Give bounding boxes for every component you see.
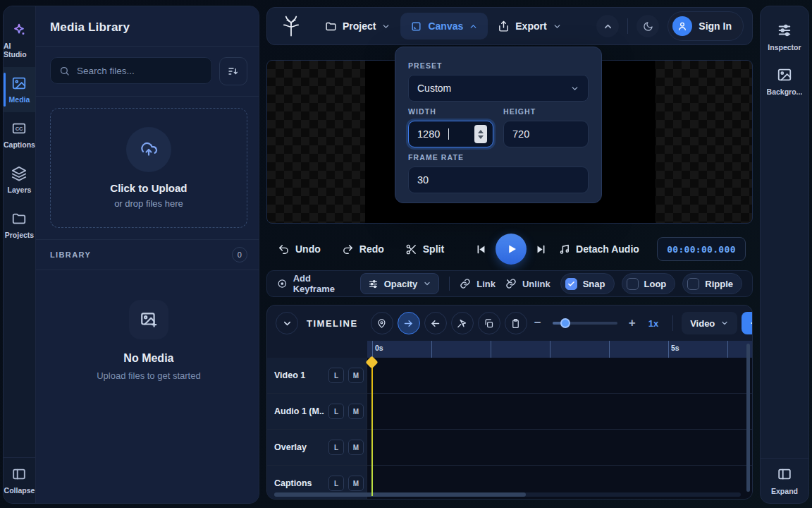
skip-to-start-button[interactable] (475, 243, 487, 255)
play-icon (505, 243, 518, 255)
ripple-label: Ripple (705, 279, 733, 289)
zoom-slider[interactable] (553, 322, 617, 325)
timecode-display[interactable]: 00:00:00.000 (657, 237, 746, 261)
project-menu-button[interactable]: Project (315, 13, 400, 40)
width-input[interactable] (417, 128, 448, 140)
track-type-select[interactable]: Video (682, 312, 737, 334)
track-row-video-1: Video 1 L M (267, 358, 752, 394)
track-name: Video 1 (274, 370, 324, 380)
sidebar-item-layers[interactable]: Layers (4, 157, 35, 202)
zoom-slider-thumb[interactable] (560, 318, 570, 328)
sidebar-item-ai-studio[interactable]: AI Studio (4, 13, 35, 67)
sidebar-item-label: Layers (8, 186, 32, 194)
track-mute-button[interactable]: M (348, 440, 364, 455)
horizontal-scrollbar[interactable] (274, 492, 741, 497)
sidebar-item-media[interactable]: Media (4, 67, 35, 112)
track-row-audio-1: Audio 1 (M... L M (267, 394, 752, 430)
preset-label: PRESET (408, 61, 589, 70)
empty-subtitle: Upload files to get started (97, 370, 200, 381)
canvas-menu-button[interactable]: Canvas (400, 13, 488, 40)
unlink-button[interactable]: Unlink (505, 278, 550, 289)
seek-forward-tool-button[interactable] (398, 312, 420, 334)
seek-back-tool-button[interactable] (424, 312, 447, 334)
height-input[interactable] (512, 128, 543, 140)
snap-toggle[interactable]: Snap (560, 273, 615, 294)
ripple-toggle[interactable]: Ripple (682, 273, 742, 294)
track-mute-button[interactable]: M (348, 368, 364, 383)
playback-controls-row: Undo Redo Split Detach Audio 00:00:00.00… (266, 233, 753, 265)
sign-in-label: Sign In (699, 20, 732, 32)
user-avatar-icon (672, 16, 692, 36)
image-icon (777, 67, 792, 83)
height-field (503, 121, 589, 147)
width-label: WIDTH (408, 107, 493, 116)
loop-toggle[interactable]: Loop (622, 273, 676, 294)
expand-panel-button[interactable]: Expand (761, 459, 808, 503)
link-icon (460, 278, 471, 289)
vertical-scrollbar[interactable] (746, 344, 750, 492)
zoom-in-button[interactable]: + (626, 316, 639, 330)
track-lane[interactable] (367, 394, 752, 429)
keyframe-property-select[interactable]: Opacity (360, 273, 440, 294)
empty-media-state: No Media Upload files to get started (36, 270, 259, 381)
redo-button[interactable]: Redo (342, 243, 384, 255)
collapse-toolbar-button[interactable] (596, 15, 619, 37)
chevron-up-icon (469, 22, 478, 31)
link-button[interactable]: Link (460, 278, 496, 289)
undo-icon (278, 243, 290, 255)
canvas-menu-label: Canvas (428, 20, 463, 32)
sliders-icon (368, 279, 379, 289)
timeline-ruler[interactable]: 0s 5s (367, 341, 752, 358)
expand-label: Expand (771, 487, 798, 495)
track-lane[interactable] (367, 358, 752, 393)
sign-in-button[interactable]: Sign In (668, 11, 744, 41)
track-lock-button[interactable]: L (328, 440, 344, 455)
export-menu-button[interactable]: Export (488, 13, 571, 40)
library-section-header: LIBRARY 0 (36, 239, 259, 270)
cloud-upload-icon (140, 140, 158, 159)
sidebar-item-inspector[interactable]: Inspector (761, 15, 808, 59)
timeline-collapse-button[interactable] (276, 312, 298, 334)
track-lock-button[interactable]: L (328, 368, 344, 383)
background-label: Backgro... (767, 87, 803, 96)
framerate-input[interactable] (417, 174, 448, 186)
add-keyframe-button[interactable]: Add Keyframe (277, 273, 350, 294)
upload-dropzone[interactable]: Click to Upload or drop files here (50, 108, 247, 228)
copy-button[interactable] (478, 312, 500, 334)
detach-audio-button[interactable]: Detach Audio (558, 243, 639, 255)
play-button[interactable] (496, 234, 527, 265)
skip-to-end-button[interactable] (535, 243, 547, 255)
sidebar-item-captions[interactable]: CC Captions (4, 112, 35, 157)
add-marker-button[interactable] (371, 312, 393, 334)
dark-mode-toggle[interactable] (636, 15, 659, 37)
split-button[interactable]: Split (405, 243, 444, 255)
canvas-icon (410, 20, 422, 32)
pointer-off-tool-button[interactable] (451, 312, 474, 334)
track-lock-button[interactable]: L (328, 476, 344, 491)
playback-speed-label[interactable]: 1x (648, 318, 658, 329)
track-mute-button[interactable]: M (348, 404, 364, 419)
preset-select[interactable]: Custom (408, 75, 589, 102)
search-box[interactable] (50, 57, 212, 84)
add-track-button[interactable]: + (742, 312, 753, 334)
redo-icon (342, 243, 354, 255)
horizontal-scrollbar-thumb[interactable] (274, 492, 526, 497)
library-count-badge: 0 (232, 247, 247, 262)
search-icon (59, 66, 70, 76)
collapse-label: Collapse (4, 486, 35, 495)
track-mute-button[interactable]: M (348, 476, 364, 491)
undo-button[interactable]: Undo (278, 243, 321, 255)
number-stepper[interactable] (474, 125, 487, 143)
timeline-panel: TIMELINE − (266, 305, 753, 500)
zoom-out-button[interactable]: − (531, 316, 544, 330)
paste-button[interactable] (505, 312, 527, 334)
search-input[interactable] (75, 65, 203, 77)
sidebar-item-background[interactable]: Backgro... (761, 59, 808, 104)
sidebar-item-projects[interactable]: Projects (4, 202, 35, 248)
track-lane[interactable] (367, 430, 752, 465)
collapse-sidebar-button[interactable]: Collapse (4, 458, 35, 503)
track-lock-button[interactable]: L (328, 404, 344, 419)
keyframe-toolbar: Add Keyframe Opacity Link Unlink Snap Lo… (266, 270, 753, 297)
sort-button[interactable] (219, 57, 247, 85)
empty-title: No Media (123, 352, 173, 365)
